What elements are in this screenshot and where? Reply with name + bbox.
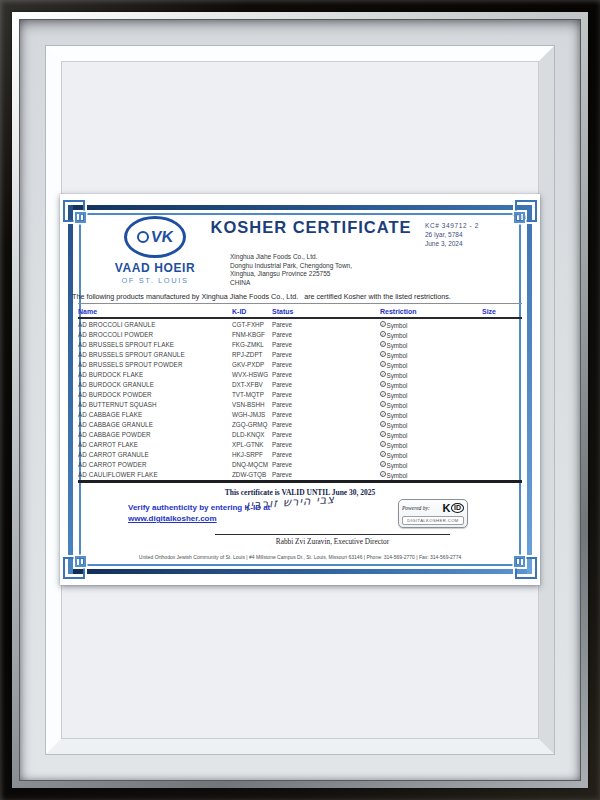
product-restriction: Symbol — [380, 351, 482, 358]
symbol-check-icon — [380, 371, 386, 377]
table-body: AD BROCCOLI GRANULECGT-FXHPPareveSymbolA… — [78, 319, 522, 479]
product-status: Pareve — [272, 381, 380, 388]
product-name: AD BRUSSELS SPROUT FLAKE — [78, 341, 232, 348]
col-header-kid: K-ID — [232, 308, 272, 315]
product-restriction: Symbol — [380, 371, 482, 378]
symbol-check-icon — [380, 391, 386, 397]
certification-statement: The following products manufactured by X… — [72, 292, 512, 301]
product-name: AD BROCCOLI POWDER — [78, 331, 232, 338]
symbol-check-icon — [380, 451, 386, 457]
table-header-row: Name K-ID Status Restriction Size — [78, 305, 522, 317]
table-row: AD CABBAGE POWDERDLD-KNQXPareveSymbol — [78, 429, 522, 439]
symbol-check-icon — [380, 471, 386, 477]
signatory-name: Rabbi Zvi Zuravin, Executive Director — [215, 537, 450, 546]
product-restriction: Symbol — [380, 411, 482, 418]
signature-line — [215, 534, 450, 535]
table-row: AD CABBAGE GRANULEZGQ-GRMQPareveSymbol — [78, 419, 522, 429]
kid-logo-id: ID — [451, 503, 464, 513]
table-row: AD BURDOCK POWDERTVT-MQTPPareveSymbol — [78, 389, 522, 399]
symbol-check-icon — [380, 331, 386, 337]
symbol-check-icon — [380, 461, 386, 467]
table-row: AD CABBAGE FLAKEWGH-JMJSPareveSymbol — [78, 409, 522, 419]
product-kid: ZDW-GTQB — [232, 471, 272, 478]
badge-domain: DIGITALKOSHER.COM — [402, 516, 464, 525]
border-band-bottom — [68, 569, 532, 574]
symbol-check-icon — [380, 431, 386, 437]
vaad-hoeir-logo: VK VAAD HOEIR OF ST. LOUIS — [90, 216, 220, 285]
product-name: AD BURDOCK POWDER — [78, 391, 232, 398]
digitalkosher-link: www.digitalkosher.com — [128, 513, 270, 524]
issue-date: June 3, 2024 — [425, 239, 479, 248]
logo-vk-letters: VK — [150, 228, 175, 246]
border-band-right — [527, 205, 532, 574]
product-kid: CGT-FXHP — [232, 321, 272, 328]
certificate-paper: בס"ד VK VAAD HOEIR OF ST. LOUIS KOSHER C… — [60, 194, 540, 585]
border-band-top — [68, 205, 532, 210]
product-name: AD CARROT POWDER — [78, 461, 232, 468]
product-name: AD BRUSSELS SPROUT GRANULE — [78, 351, 232, 358]
certificate-meta: KC# 349712 - 2 26 Iyar, 5784 June 3, 202… — [425, 221, 479, 248]
table-row: AD BRUSSELS SPROUT POWDERGKV-PXDPPareveS… — [78, 359, 522, 369]
table-row: AD CARROT FLAKEXPL-GTNKPareveSymbol — [78, 439, 522, 449]
product-restriction: Symbol — [380, 451, 482, 458]
product-restriction: Symbol — [380, 331, 482, 338]
col-header-name: Name — [78, 308, 232, 315]
product-status: Pareve — [272, 421, 380, 428]
product-status: Pareve — [272, 411, 380, 418]
ovk-logo-icon: VK — [124, 216, 186, 258]
company-address-block: Xinghua Jiahe Foods Co., Ltd. Donghu Ind… — [230, 253, 352, 287]
product-restriction: Symbol — [380, 381, 482, 388]
product-name: AD CAULIFLOWER FLAKE — [78, 471, 232, 478]
product-status: Pareve — [272, 401, 380, 408]
product-status: Pareve — [272, 371, 380, 378]
product-restriction: Symbol — [380, 401, 482, 408]
product-name: AD CARROT GRANULE — [78, 451, 232, 458]
product-kid: XPL-GTNK — [232, 441, 272, 448]
product-kid: DLD-KNQX — [232, 431, 272, 438]
table-row: AD BRUSSELS SPROUT FLAKEFKG-ZMKLPareveSy… — [78, 339, 522, 349]
table-row: AD BURDOCK FLAKEWVX-HSWGPareveSymbol — [78, 369, 522, 379]
company-address-2: Xinghua, Jiangsu Province 225755 — [230, 270, 352, 279]
product-kid: TVT-MQTP — [232, 391, 272, 398]
product-kid: WGH-JMJS — [232, 411, 272, 418]
symbol-check-icon — [380, 381, 386, 387]
symbol-check-icon — [380, 341, 386, 347]
table-rule-bottom — [78, 480, 522, 483]
border-band-left — [68, 205, 73, 574]
table-row: AD CARROT POWDERDNQ-MQCMPareveSymbol — [78, 459, 522, 469]
table-row: AD BURDOCK GRANULEDXT-XFBVPareveSymbol — [78, 379, 522, 389]
product-restriction: Symbol — [380, 431, 482, 438]
symbol-check-icon — [380, 421, 386, 427]
product-kid: DNQ-MQCM — [232, 461, 272, 468]
product-kid: DXT-XFBV — [232, 381, 272, 388]
product-name: AD BUTTERNUT SQUASH — [78, 401, 232, 408]
product-kid: FNM-KBGF — [232, 331, 272, 338]
symbol-check-icon — [380, 351, 386, 357]
company-address-1: Donghu Industrial Park, Chengdong Town, — [230, 262, 352, 271]
org-name: VAAD HOEIR — [90, 261, 220, 275]
table-rule-top — [78, 303, 522, 304]
product-status: Pareve — [272, 441, 380, 448]
products-table: Name K-ID Status Restriction Size AD BRO… — [78, 303, 522, 483]
product-kid: GKV-PXDP — [232, 361, 272, 368]
product-status: Pareve — [272, 471, 380, 478]
symbol-check-icon — [380, 401, 386, 407]
col-header-status: Status — [272, 308, 380, 315]
powered-by-label: Powered by: — [402, 505, 430, 511]
col-header-restriction: Restriction — [380, 308, 482, 315]
product-status: Pareve — [272, 351, 380, 358]
border-corner-square-small — [75, 212, 86, 223]
product-kid: VSN-BSHH — [232, 401, 272, 408]
product-kid: HKJ-SRPF — [232, 451, 272, 458]
badge-top-row: Powered by: K ID — [402, 502, 464, 514]
table-row: AD BUTTERNUT SQUASHVSN-BSHHPareveSymbol — [78, 399, 522, 409]
product-restriction: Symbol — [380, 321, 482, 328]
product-kid: ZGQ-GRMQ — [232, 421, 272, 428]
product-status: Pareve — [272, 461, 380, 468]
symbol-check-icon — [380, 361, 386, 367]
framed-certificate-photo: בס"ד VK VAAD HOEIR OF ST. LOUIS KOSHER C… — [0, 0, 600, 800]
product-status: Pareve — [272, 331, 380, 338]
symbol-check-icon — [380, 441, 386, 447]
product-name: AD BRUSSELS SPROUT POWDER — [78, 361, 232, 368]
product-name: AD BROCCOLI GRANULE — [78, 321, 232, 328]
